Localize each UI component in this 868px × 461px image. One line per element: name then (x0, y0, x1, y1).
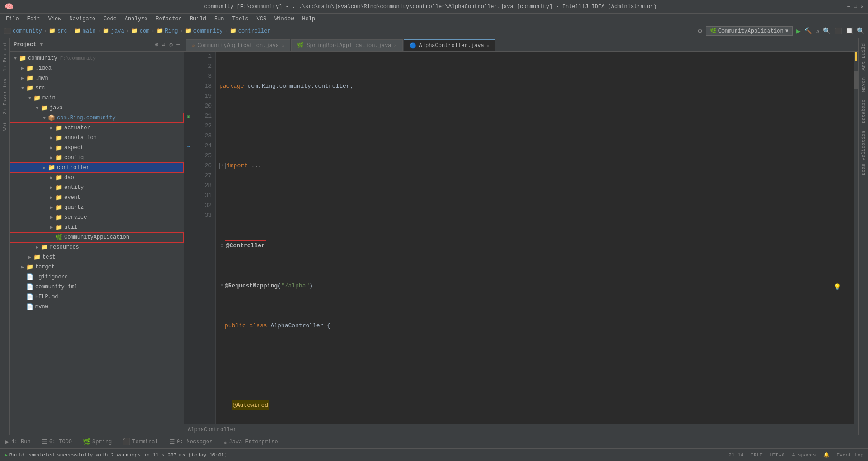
menu-item-navigate[interactable]: Navigate (66, 15, 99, 23)
gutter-2 (184, 61, 193, 71)
right-label-maven[interactable]: Maven (860, 74, 867, 96)
main-area: 1: Project 2: Favorites Web Project ▼ ⊕ … (0, 38, 868, 435)
tree-item-com-ring-community[interactable]: ▼ 📦 com.Ring.community (10, 113, 184, 123)
scrollbar-thumb[interactable] (854, 71, 858, 89)
add-icon[interactable]: ⊕ (155, 41, 159, 48)
settings-panel-icon[interactable]: ⚙ (169, 41, 173, 48)
bc-controller[interactable]: controller (238, 28, 271, 34)
left-side-panel: 1: Project 2: Favorites Web (0, 38, 10, 435)
menu-item-view[interactable]: View (45, 15, 65, 23)
tab-alpha-controller[interactable]: 🔵 AlphaController.java ✕ (404, 39, 495, 51)
tab-community-app-close[interactable]: ✕ (282, 43, 284, 48)
collapse-icon[interactable]: — (176, 41, 180, 48)
tree-item-idea[interactable]: ▶ 📁 .idea (10, 63, 184, 73)
tree-item-mvn[interactable]: ▶ 📁 .mvn (10, 73, 184, 83)
indent-setting[interactable]: 4 spaces (792, 452, 816, 458)
bottom-tab-run[interactable]: ▶ 4: Run (4, 437, 33, 447)
menu-item-vcs[interactable]: VCS (253, 15, 270, 23)
tree-item-aspect[interactable]: ▶ 📁 aspect (10, 143, 184, 153)
menu-item-tools[interactable]: Tools (229, 15, 252, 23)
line-ending[interactable]: CRLF (750, 452, 762, 458)
menu-item-window[interactable]: Window (271, 15, 297, 23)
menu-item-run[interactable]: Run (211, 15, 228, 23)
bottom-tab-java-enterprise[interactable]: ☕ Java Enterprise (222, 437, 279, 447)
menu-item-file[interactable]: File (2, 15, 23, 23)
bottom-tab-spring[interactable]: 🌿 Spring (81, 437, 113, 447)
tree-item-java[interactable]: ▼ 📁 java (10, 103, 184, 113)
bottom-tab-terminal[interactable]: ⬛ Terminal (121, 437, 160, 447)
tree-item-community-app[interactable]: ▶ 🌿 CommunityApplication (10, 232, 184, 242)
import-fold[interactable]: + (219, 163, 226, 169)
tree-root-community[interactable]: ▼ 📁 community F:\community (10, 53, 184, 63)
tree-item-iml[interactable]: ▶ 📄 community.iml (10, 282, 184, 292)
tab-alpha-close[interactable]: ✕ (487, 43, 490, 48)
bottom-tab-todo[interactable]: ☰ 6: TODO (40, 437, 74, 447)
tree-item-main[interactable]: ▼ 📁 main (10, 93, 184, 103)
encoding[interactable]: UTF-8 (770, 452, 785, 458)
close-button[interactable]: ✕ (860, 4, 863, 9)
tab-community-app[interactable]: ☕ CommunityApplication.java ✕ (186, 39, 290, 51)
tree-item-util[interactable]: ▶ 📁 util (10, 222, 184, 232)
tree-item-src[interactable]: ▼ 📁 src (10, 83, 184, 93)
sidebar-item-favorites[interactable]: 2: Favorites (1, 75, 9, 118)
tree-item-config[interactable]: ▶ 📁 config (10, 153, 184, 163)
tree-item-actuator[interactable]: ▶ 📁 actuator (10, 123, 184, 133)
autowire-gutter-icon: ⇒ (187, 143, 190, 150)
bc-community2[interactable]: community (193, 28, 223, 34)
panel-dropdown-icon[interactable]: ▼ (40, 42, 43, 47)
editor-scrollbar[interactable] (854, 52, 858, 424)
build-button[interactable]: 🔨 (804, 27, 812, 35)
tree-item-dao[interactable]: ▶ 📁 dao (10, 173, 184, 183)
tree-item-service[interactable]: ▶ 📁 service (10, 212, 184, 222)
bottom-tab-messages[interactable]: ☰ 0: Messages (167, 437, 214, 447)
tab-spring-close[interactable]: ✕ (394, 43, 397, 48)
right-label-bean[interactable]: Bean Validation (860, 127, 867, 179)
tree-item-event[interactable]: ▶ 📁 event (10, 193, 184, 202)
settings-button[interactable]: 🔲 (845, 27, 853, 35)
right-label-database[interactable]: Database (860, 96, 867, 127)
sync-icon[interactable]: ⇄ (162, 41, 166, 48)
reload-button[interactable]: ↺ (816, 27, 819, 35)
bc-com[interactable]: com (140, 28, 150, 34)
tree-item-annotation[interactable]: ▶ 📁 annotation (10, 133, 184, 143)
menu-item-code[interactable]: Code (100, 15, 120, 23)
code-editor[interactable]: ◉ ⇒ 1 2 3 18 19 (184, 52, 858, 424)
menu-item-build[interactable]: Build (186, 15, 210, 23)
navigate-icon[interactable]: ⚙ (698, 27, 702, 35)
bc-ring[interactable]: Ring (165, 28, 178, 34)
maximize-button[interactable]: □ (854, 4, 857, 9)
tree-item-entity[interactable]: ▶ 📁 entity (10, 183, 184, 193)
minimize-button[interactable]: — (847, 4, 850, 9)
bulb-icon[interactable]: 💡 (834, 282, 841, 292)
run-config-selector[interactable]: 🌿 CommunityApplication ▼ (706, 26, 793, 36)
tree-item-quartz[interactable]: ▶ 📁 quartz (10, 202, 184, 212)
bc-src[interactable]: src (57, 28, 67, 34)
tree-item-target[interactable]: ▶ 📁 target (10, 262, 184, 272)
menu-item-edit[interactable]: Edit (24, 15, 44, 23)
bc-java[interactable]: java (111, 28, 124, 34)
menu-item-help[interactable]: Help (298, 15, 319, 23)
event-log-label[interactable]: Event Log (837, 452, 863, 458)
layout-button[interactable]: ⬛ (834, 27, 842, 35)
editor-bottom-breadcrumb: AlphaController (184, 424, 858, 435)
code-content[interactable]: package com.Ring.community.controller; +… (216, 52, 854, 424)
tree-item-test[interactable]: ▶ 📁 test (10, 252, 184, 262)
sidebar-item-project[interactable]: 1: Project (1, 38, 9, 75)
bc-community[interactable]: community (13, 28, 42, 34)
run-button[interactable]: ▶ (796, 27, 801, 36)
menu-item-refactor[interactable]: Refactor (152, 15, 185, 23)
tree-item-resources[interactable]: ▶ 📁 resources (10, 242, 184, 252)
search-button[interactable]: 🔍 (823, 27, 830, 35)
tree-item-controller[interactable]: ▶ 📁 controller (10, 163, 184, 173)
right-label-ant[interactable]: Ant Build (860, 40, 867, 74)
find-button[interactable]: 🔍 (857, 27, 864, 35)
annotation-controller: @Controller (226, 242, 265, 249)
tab-spring-boot[interactable]: 🌿 SpringBootApplication.java ✕ (291, 39, 402, 51)
tree-item-gitignore[interactable]: ▶ 📄 .gitignore (10, 272, 184, 282)
tree-item-help[interactable]: ▶ 📄 HELP.md (10, 292, 184, 302)
bc-main[interactable]: main (83, 28, 96, 34)
cursor-position[interactable]: 21:14 (728, 452, 743, 458)
sidebar-item-web[interactable]: Web (1, 118, 9, 134)
menu-item-analyze[interactable]: Analyze (121, 15, 151, 23)
tree-item-mvnw[interactable]: ▶ 📄 mvnw (10, 302, 184, 312)
